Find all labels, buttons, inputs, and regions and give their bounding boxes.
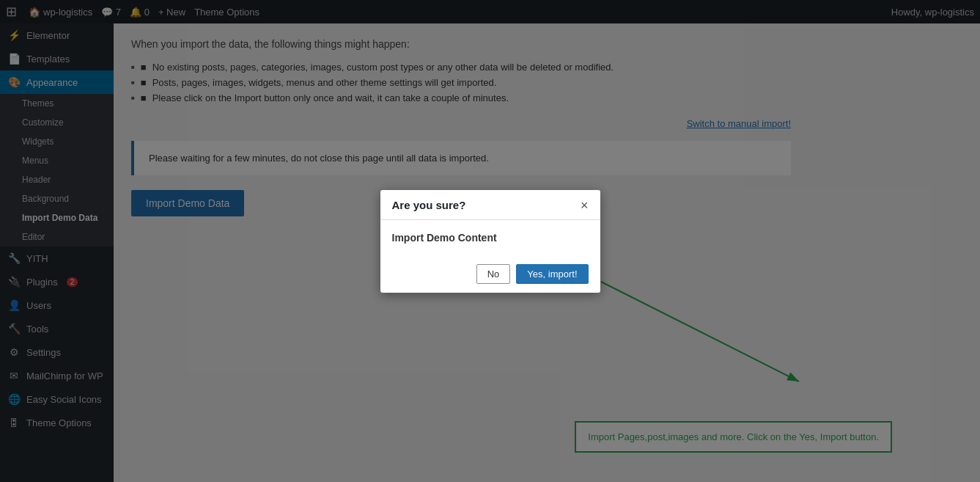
confirm-modal: Are you sure? × Import Demo Content No Y…	[380, 190, 600, 293]
modal-overlay: Are you sure? × Import Demo Content No Y…	[0, 0, 980, 482]
modal-close-button[interactable]: ×	[581, 199, 589, 212]
modal-body: Import Demo Content	[380, 220, 600, 255]
no-button[interactable]: No	[476, 264, 511, 284]
modal-header: Are you sure? ×	[380, 190, 600, 220]
modal-are-you-sure-title: Are you sure?	[392, 199, 466, 211]
yes-import-button[interactable]: Yes, import!	[516, 264, 588, 284]
modal-body-label: Import Demo Content	[392, 232, 497, 244]
modal-footer: No Yes, import!	[380, 255, 600, 293]
